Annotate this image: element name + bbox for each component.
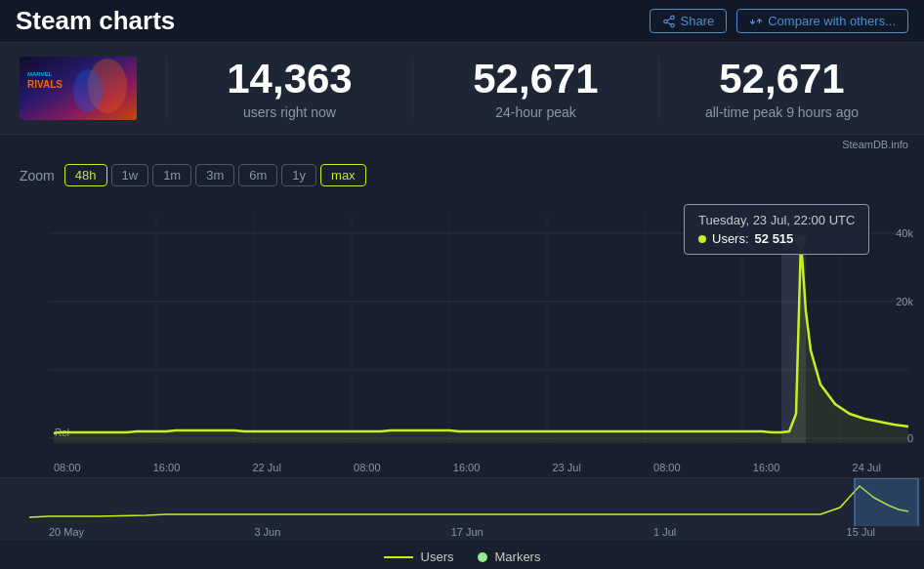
x-label-9: 24 Jul: [853, 462, 881, 473]
legend-markers: Markers: [478, 549, 541, 564]
svg-text:40k: 40k: [896, 227, 913, 239]
zoom-1y[interactable]: 1y: [281, 164, 316, 186]
main-chart-svg: 40k 20k 0 Rel: [0, 194, 924, 458]
peak-alltime-number: 52,671: [679, 57, 885, 102]
mini-date-labels: 20 May 3 Jun 17 Jun 1 Jul 15 Jul: [0, 526, 924, 540]
peak-alltime-label: all-time peak 9 hours ago: [679, 104, 885, 120]
steamdb-attribution: SteamDB.info: [0, 135, 924, 154]
x-label-3: 22 Jul: [252, 462, 280, 473]
stat-users-now: 14,363 users right now: [166, 57, 412, 119]
mini-chart[interactable]: [0, 477, 924, 526]
svg-point-2: [670, 23, 674, 27]
chart-container: Zoom 48h 1w 1m 3m 6m 1y max 40k 20k: [0, 154, 924, 569]
header: Steam charts Share Compare with others..…: [0, 0, 924, 43]
svg-line-3: [667, 21, 671, 23]
users-now-label: users right now: [187, 104, 393, 120]
x-label-5: 16:00: [453, 462, 481, 473]
svg-point-1: [663, 20, 667, 23]
zoom-controls: Zoom 48h 1w 1m 3m 6m 1y max: [0, 164, 924, 194]
zoom-label: Zoom: [20, 168, 55, 183]
chart-area-fill: [54, 241, 908, 443]
svg-point-0: [670, 16, 674, 19]
zoom-1m[interactable]: 1m: [152, 164, 191, 186]
peak-24h-number: 52,671: [433, 57, 639, 102]
legend-markers-label: Markers: [495, 549, 541, 564]
mini-chart-line: [29, 486, 908, 517]
zoom-3m[interactable]: 3m: [195, 164, 234, 186]
stats-bar: MARVEL RIVALS 14,363 users right now 52,…: [0, 43, 924, 135]
svg-point-11: [73, 69, 103, 112]
legend-users-label: Users: [421, 549, 454, 564]
x-label-2: 16:00: [153, 462, 181, 473]
x-label-7: 08:00: [653, 462, 681, 473]
compare-button[interactable]: Compare with others...: [736, 9, 908, 33]
legend-users-line: [384, 556, 413, 558]
mini-selection: [855, 478, 918, 526]
mini-label-4: 1 Jul: [653, 526, 676, 538]
svg-text:20k: 20k: [896, 296, 913, 307]
game-art: MARVEL RIVALS: [20, 57, 137, 120]
x-label-6: 23 Jul: [553, 462, 581, 473]
stat-peak-alltime: 52,671 all-time peak 9 hours ago: [658, 57, 904, 119]
stat-peak-24h: 52,671 24-hour peak: [412, 57, 658, 119]
x-label-1: 08:00: [54, 462, 81, 473]
game-thumbnail: MARVEL RIVALS: [20, 57, 137, 120]
peak-24h-label: 24-hour peak: [433, 104, 639, 120]
compare-icon: [749, 15, 763, 28]
x-label-8: 16:00: [753, 462, 780, 473]
mini-label-1: 20 May: [49, 526, 84, 538]
svg-text:RIVALS: RIVALS: [27, 79, 63, 90]
zoom-1w[interactable]: 1w: [111, 164, 149, 186]
x-label-4: 08:00: [354, 462, 381, 473]
x-axis: 08:00 16:00 22 Jul 08:00 16:00 23 Jul 08…: [0, 458, 924, 477]
legend-markers-dot: [478, 552, 487, 562]
share-button[interactable]: Share: [650, 9, 728, 33]
zoom-max[interactable]: max: [320, 164, 366, 186]
chart-line: [54, 241, 908, 433]
svg-line-4: [667, 18, 671, 20]
main-chart[interactable]: 40k 20k 0 Rel Tuesday, 23 Jul, 22:00 UTC…: [0, 194, 924, 458]
mini-label-5: 15 Jul: [847, 526, 875, 538]
zoom-6m[interactable]: 6m: [238, 164, 277, 186]
zoom-48h[interactable]: 48h: [64, 164, 107, 186]
svg-text:MARVEL: MARVEL: [27, 71, 53, 77]
legend-users: Users: [384, 549, 454, 564]
share-icon: [662, 15, 676, 28]
page-title: Steam charts: [16, 6, 175, 36]
mini-label-3: 17 Jun: [451, 526, 483, 538]
users-now-number: 14,363: [187, 57, 393, 102]
chart-legend: Users Markers: [0, 540, 924, 569]
mini-chart-svg: [0, 478, 924, 526]
header-buttons: Share Compare with others...: [650, 9, 908, 33]
peak-dot: [796, 236, 806, 246]
mini-label-2: 3 Jun: [254, 526, 280, 538]
